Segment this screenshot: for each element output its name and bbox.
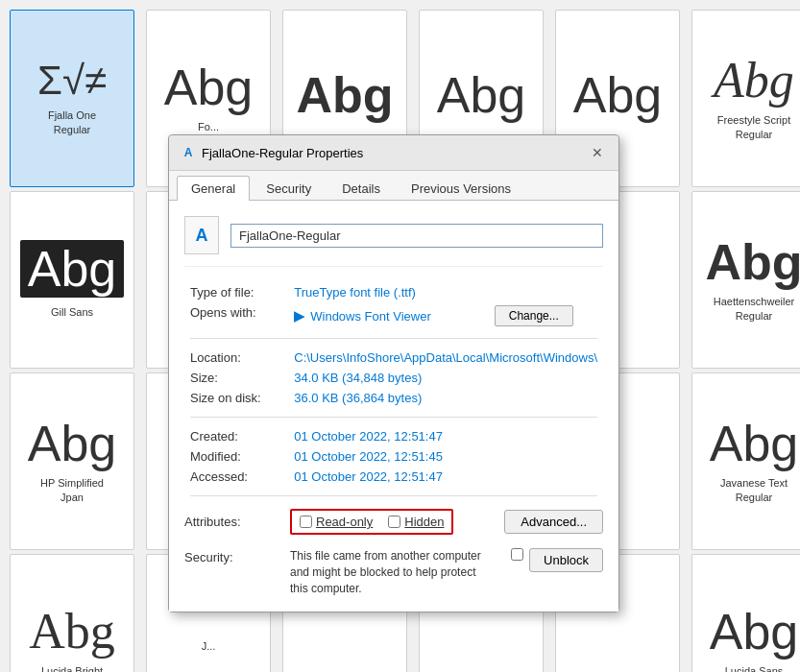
security-label: Security: [184, 548, 290, 564]
font-preview: Abg [437, 70, 526, 120]
readonly-checkbox[interactable] [300, 516, 312, 528]
attributes-label: Attributes: [184, 515, 290, 529]
font-preview: Abg [296, 70, 393, 120]
font-label: J... [198, 639, 220, 653]
prop-row-created: Created: 01 October 2022, 12:51:47 [184, 426, 603, 446]
font-item-hp[interactable]: Abg HP SimplifiedJpan [10, 372, 134, 550]
unblock-area: Unblock [511, 548, 603, 572]
font-item-freestyle[interactable]: Abg Freestyle ScriptRegular [691, 10, 800, 187]
font-preview: Abg [710, 419, 799, 468]
prop-label: Modified: [184, 446, 288, 467]
prop-value: 34.0 KB (34,848 bytes) [288, 368, 603, 388]
unblock-checkbox[interactable] [511, 548, 523, 561]
prop-value: 36.0 KB (36,864 bytes) [288, 388, 603, 408]
prop-label: Location: [184, 348, 288, 368]
font-preview: Abg [28, 419, 117, 468]
font-label: HaettenschweilerRegular [710, 295, 798, 323]
font-label: Lucida Bright [37, 664, 107, 672]
font-label: Javanese TextRegular [716, 476, 791, 504]
advanced-button[interactable]: Advanced... [504, 510, 603, 534]
dialog-titlebar: A FjallaOne-Regular Properties ✕ [169, 135, 618, 171]
security-text: This file came from another computerand … [290, 548, 499, 596]
font-label: Fo... [194, 120, 223, 133]
prop-label: Created: [184, 426, 288, 446]
dialog-title: FjallaOne-Regular Properties [202, 146, 588, 160]
font-preview: Abg [164, 62, 254, 112]
tab-general[interactable]: General [177, 176, 250, 201]
tab-security[interactable]: Security [252, 176, 326, 201]
font-preview: Abg [710, 607, 799, 657]
readonly-checkbox-label[interactable]: Read-only [300, 515, 373, 529]
prop-row-opens: Opens with: ▶ Windows Font Viewer Change… [184, 302, 603, 329]
font-label: Gill Sans [47, 305, 97, 319]
font-label: Fjalla OneRegular [44, 108, 100, 136]
file-name-input[interactable] [230, 224, 603, 248]
close-button[interactable]: ✕ [588, 143, 607, 162]
prop-value: ▶ Windows Font Viewer Change... [288, 302, 603, 329]
font-item-javanese[interactable]: Abg Javanese TextRegular [691, 372, 800, 550]
font-item-lucida-sans[interactable]: Abg Lucida Sans [691, 554, 800, 672]
opens-with-value: Windows Font Viewer [310, 309, 430, 324]
font-label: Lucida Sans [721, 664, 788, 672]
font-item-haettenschweiler[interactable]: Abg HaettenschweilerRegular [691, 191, 800, 369]
dialog-tabs: General Security Details Previous Versio… [169, 171, 618, 201]
prop-row-size: Size: 34.0 KB (34,848 bytes) [184, 368, 603, 388]
font-preview: Abg [573, 70, 663, 120]
font-preview: Abg [29, 607, 115, 657]
tab-previous-versions[interactable]: Previous Versions [397, 176, 525, 201]
tab-details[interactable]: Details [327, 176, 395, 201]
change-button[interactable]: Change... [495, 305, 573, 326]
hidden-checkbox[interactable] [388, 516, 400, 528]
prop-value: 01 October 2022, 12:51:45 [288, 446, 603, 467]
security-row: Security: This file came from another co… [184, 542, 603, 596]
font-label: Freestyle ScriptRegular [714, 113, 794, 141]
font-item-fjalla[interactable]: Σ√≠ Fjalla OneRegular [10, 10, 134, 187]
dialog-app-icon: A [181, 145, 196, 160]
prop-label: Size on disk: [184, 388, 288, 408]
prop-row-type: Type of file: TrueType font file (.ttf) [184, 282, 603, 302]
font-preview: Abg [714, 56, 794, 106]
prop-value: 01 October 2022, 12:51:47 [288, 467, 603, 487]
prop-value: 01 October 2022, 12:51:47 [288, 426, 603, 446]
prop-row-size-disk: Size on disk: 36.0 KB (36,864 bytes) [184, 388, 603, 408]
font-item-lucida-bright[interactable]: Abg Lucida Bright [10, 554, 134, 672]
prop-row-accessed: Accessed: 01 October 2022, 12:51:47 [184, 467, 603, 487]
font-preview: Abg [20, 240, 125, 298]
prop-label: Accessed: [184, 467, 288, 487]
font-label: HP SimplifiedJpan [36, 476, 108, 504]
prop-label: Opens with: [184, 302, 288, 329]
dialog-content: A Type of file: TrueType font file (.ttf… [169, 201, 618, 612]
prop-value: TrueType font file (.ttf) [288, 282, 603, 302]
font-preview: Abg [705, 237, 800, 287]
file-header: A [184, 216, 603, 267]
prop-row-location: Location: C:\Users\InfoShore\AppData\Loc… [184, 348, 603, 368]
font-preview: Σ√≠ [37, 60, 107, 101]
prop-label: Type of file: [184, 282, 288, 302]
file-icon: A [184, 216, 219, 254]
hidden-label: Hidden [404, 515, 444, 529]
readonly-label: Read-only [316, 515, 373, 529]
font-item-gill[interactable]: Abg Gill Sans [10, 191, 134, 369]
hidden-checkbox-label[interactable]: Hidden [388, 515, 444, 529]
prop-value: C:\Users\InfoShore\AppData\Local\Microso… [288, 348, 603, 368]
prop-label: Size: [184, 368, 288, 388]
attributes-box: Read-only Hidden [290, 509, 453, 535]
properties-dialog: A FjallaOne-Regular Properties ✕ General… [168, 134, 619, 612]
prop-row-modified: Modified: 01 October 2022, 12:51:45 [184, 446, 603, 467]
unblock-button[interactable]: Unblock [529, 548, 603, 572]
properties-table: Type of file: TrueType font file (.ttf) … [184, 282, 603, 505]
attributes-row: Attributes: Read-only Hidden Advanced... [184, 509, 603, 535]
